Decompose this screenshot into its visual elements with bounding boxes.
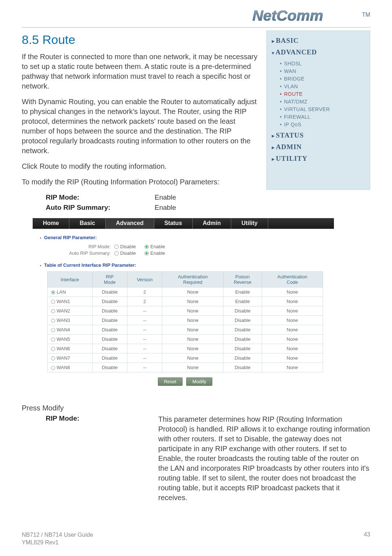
intro-paragraph-4: To modify the RIP (Routing Information P… <box>22 177 259 187</box>
iface-radio[interactable] <box>51 290 55 294</box>
radio-enable[interactable] <box>144 245 149 249</box>
footer-doc-rev: YML829 Rev1 <box>22 539 58 545</box>
cell-version: -- <box>127 335 162 344</box>
sidebar-sub-wan[interactable]: WAN <box>280 68 365 75</box>
cell-mode: Disable <box>92 344 127 353</box>
cell-mode: Disable <box>92 316 127 325</box>
footer-guide-title: NB712 / NB714 User Guide <box>22 532 93 538</box>
tab-advanced[interactable]: Advanced <box>106 218 154 229</box>
cell-version: -- <box>127 316 162 325</box>
radio-enable[interactable] <box>144 251 149 255</box>
page-number: 43 <box>364 531 370 547</box>
cell-auth_req: None <box>162 363 223 372</box>
sidebar-sub-bridge[interactable]: BRIDGE <box>280 75 365 83</box>
sidebar-advanced-submenu: SHDSLWANBRIDGEVLANROUTENAT/DMZVIRTUAL SE… <box>280 60 365 128</box>
radio-label: Disable <box>120 244 136 249</box>
cell-auth_req: None <box>162 325 223 335</box>
cell-mode: Disable <box>92 335 127 344</box>
sidebar-sub-ip-qos[interactable]: IP QoS <box>280 121 365 128</box>
iface-name: LAN <box>57 289 66 295</box>
cell-poison: Disable <box>223 335 262 344</box>
sidebar-item-basic[interactable]: ▸BASIC <box>272 37 365 45</box>
radio-disable[interactable] <box>114 251 119 255</box>
iface-radio[interactable] <box>51 319 55 323</box>
table-row: LANDisable2NoneEnableNone <box>48 287 323 297</box>
cell-mode: Disable <box>92 287 127 297</box>
cell-auth_code: None <box>262 325 323 335</box>
sidebar-item-utility[interactable]: ▸UTILITY <box>272 155 365 163</box>
general-rip-heading: General RIP Parameter: <box>40 235 328 240</box>
iface-cell[interactable]: WAN3 <box>48 316 93 325</box>
auto-rip-summary-value: Enable <box>155 204 176 212</box>
sidebar-sub-firewall[interactable]: FIREWALL <box>280 113 365 121</box>
iface-cell[interactable]: WAN6 <box>48 344 93 353</box>
radio-label: Enable <box>150 244 165 249</box>
sidebar-sub-nat-dmz[interactable]: NAT/DMZ <box>280 98 365 106</box>
tab-admin[interactable]: Admin <box>193 218 232 229</box>
sidebar-item-advanced[interactable]: ▾ADVANCED <box>272 48 365 56</box>
cell-version: 2 <box>127 287 162 297</box>
cell-mode: Disable <box>92 353 127 363</box>
svg-text:NetComm: NetComm <box>252 7 323 24</box>
iface-radio[interactable] <box>51 347 55 351</box>
intro-paragraph-2: With Dynamic Routing, you can enable the… <box>22 97 259 156</box>
radio-disable[interactable] <box>114 245 119 249</box>
section-number: 8.5 <box>22 33 39 46</box>
iface-cell[interactable]: WAN7 <box>48 353 93 363</box>
cell-poison: Disable <box>223 353 262 363</box>
modify-button[interactable]: Modify <box>186 377 212 386</box>
cell-mode: Disable <box>92 325 127 335</box>
cell-auth_req: None <box>162 287 223 297</box>
sidebar-sub-route[interactable]: ROUTE <box>280 90 365 98</box>
sidebar-sub-virtual-server[interactable]: VIRTUAL SERVER <box>280 106 365 113</box>
general-rip-label: RIP Mode: <box>58 244 114 249</box>
iface-cell[interactable]: WAN5 <box>48 335 93 344</box>
tab-home[interactable]: Home <box>33 218 69 229</box>
table-row: WAN4Disable--NoneDisableNone <box>48 325 323 335</box>
iface-radio[interactable] <box>51 309 55 313</box>
iface-cell[interactable]: LAN <box>48 287 93 297</box>
iface-name: WAN1 <box>57 299 70 304</box>
iface-cell[interactable]: WAN4 <box>48 325 93 335</box>
sidebar-item-admin[interactable]: ▸ADMIN <box>272 143 365 151</box>
sidebar-item-status[interactable]: ▸STATUS <box>272 131 365 139</box>
intro-paragraph-1: If the Router is connected to more than … <box>22 52 259 91</box>
sidebar-sub-shdsl[interactable]: SHDSL <box>280 60 365 68</box>
cell-auth_code: None <box>262 344 323 353</box>
iface-radio[interactable] <box>51 356 55 360</box>
page-footer: NB712 / NB714 User Guide YML829 Rev1 43 <box>22 531 370 547</box>
cell-mode: Disable <box>92 363 127 372</box>
section-name: Route <box>42 33 75 46</box>
cell-version: -- <box>127 353 162 363</box>
iface-name: WAN2 <box>57 308 70 314</box>
rip-mode-desc-body: This parameter determines how RIP (Routi… <box>158 414 370 503</box>
table-row: WAN3Disable--NoneDisableNone <box>48 316 323 325</box>
table-row: WAN5Disable--NoneDisableNone <box>48 335 323 344</box>
cell-auth_code: None <box>262 287 323 297</box>
cell-auth_req: None <box>162 316 223 325</box>
iface-cell[interactable]: WAN1 <box>48 297 93 306</box>
cell-version: -- <box>127 306 162 316</box>
iface-radio[interactable] <box>51 328 55 332</box>
iface-cell[interactable]: WAN8 <box>48 363 93 372</box>
iface-radio[interactable] <box>51 338 55 342</box>
iface-radio[interactable] <box>51 366 55 370</box>
tab-basic[interactable]: Basic <box>69 218 106 229</box>
cell-auth_req: None <box>162 353 223 363</box>
cell-poison: Disable <box>223 363 262 372</box>
sidebar-nav: ▸BASIC ▾ADVANCED SHDSLWANBRIDGEVLANROUTE… <box>266 30 370 190</box>
cell-auth_req: None <box>162 306 223 316</box>
iface-name: WAN4 <box>57 327 70 332</box>
general-rip-row: Auto RIP Summary:DisableEnable <box>58 250 328 256</box>
column-header: PoisonReverse <box>223 272 262 287</box>
iface-radio[interactable] <box>51 300 55 304</box>
sidebar-sub-vlan[interactable]: VLAN <box>280 83 365 90</box>
table-rip-heading: Table of Current Interface RIP Parameter… <box>40 262 328 268</box>
tab-utility[interactable]: Utility <box>231 218 268 229</box>
reset-button[interactable]: Reset <box>158 377 183 386</box>
tab-status[interactable]: Status <box>154 218 193 229</box>
cell-version: -- <box>127 344 162 353</box>
cell-version: -- <box>127 363 162 372</box>
iface-cell[interactable]: WAN2 <box>48 306 93 316</box>
cell-auth_code: None <box>262 353 323 363</box>
